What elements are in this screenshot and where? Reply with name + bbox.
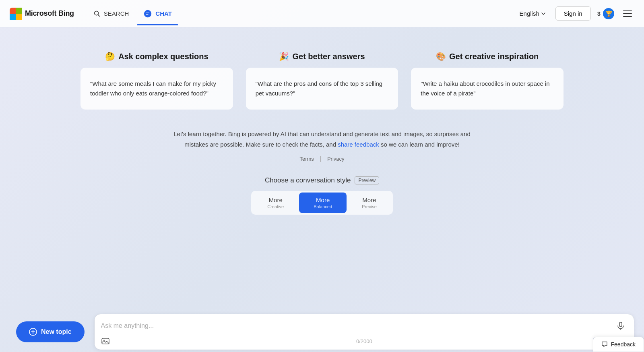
info-text: Let's learn together. Bing is powered by… (169, 129, 475, 149)
nav-search[interactable]: SEARCH (87, 7, 136, 21)
nav-chat[interactable]: CHAT (137, 6, 178, 21)
svg-rect-3 (16, 14, 22, 20)
style-precise-button[interactable]: More Precise (347, 193, 391, 213)
feature-card-creative[interactable]: "Write a haiku about crocodiles in outer… (411, 68, 564, 110)
svg-point-6 (144, 10, 151, 17)
logo-text: Microsoft Bing (25, 9, 74, 18)
terms-link[interactable]: Terms (299, 156, 314, 162)
celebrate-emoji: 🎉 (279, 52, 289, 61)
chat-input-container: 0/2000 (94, 314, 634, 350)
mic-icon (616, 321, 625, 330)
preview-badge: Preview (355, 176, 379, 184)
mic-button[interactable] (614, 319, 627, 333)
search-icon (93, 10, 101, 17)
nav: SEARCH CHAT (87, 6, 178, 21)
menu-line (623, 16, 632, 17)
feature-title-answers: 🎉 Get better answers (246, 52, 398, 61)
header: Microsoft Bing SEARCH CHAT English Sign … (0, 0, 644, 27)
feature-section-creative: 🎨 Get creative inspiration "Write a haik… (411, 52, 564, 110)
feature-section-answers: 🎉 Get better answers "What are the pros … (246, 52, 398, 110)
feedback-icon (601, 341, 608, 348)
new-topic-icon (29, 328, 37, 336)
feature-title-creative: 🎨 Get creative inspiration (411, 52, 564, 61)
bottom-bar: New topic 0/2000 (0, 312, 644, 352)
style-creative-button[interactable]: More Creative (253, 193, 298, 213)
share-feedback-link[interactable]: share feedback (338, 141, 379, 148)
conversation-style-section: Choose a conversation style Preview More… (251, 176, 393, 215)
image-upload-button[interactable] (101, 337, 110, 346)
chevron-down-icon (541, 11, 546, 16)
svg-rect-2 (10, 14, 16, 20)
style-balanced-button[interactable]: More Balanced (299, 193, 347, 213)
trophy-icon: 🏆 (603, 8, 614, 19)
points-badge[interactable]: 3 🏆 (597, 8, 614, 19)
chat-input[interactable] (101, 322, 614, 329)
chat-icon (143, 9, 152, 18)
chat-input-row (101, 314, 627, 335)
art-emoji: 🎨 (436, 52, 446, 61)
terms-divider (320, 156, 321, 162)
feature-card-complex[interactable]: "What are some meals I can make for my p… (80, 68, 233, 110)
new-topic-button[interactable]: New topic (16, 321, 85, 342)
sign-in-button[interactable]: Sign in (555, 6, 591, 21)
svg-rect-8 (619, 322, 622, 327)
conv-style-label: Choose a conversation style Preview (265, 176, 379, 184)
thinking-emoji: 🤔 (105, 52, 115, 61)
privacy-link[interactable]: Privacy (327, 156, 345, 162)
svg-rect-1 (16, 8, 22, 14)
bing-logo-icon (10, 8, 22, 20)
menu-line (623, 13, 632, 14)
svg-line-5 (98, 14, 99, 16)
feature-title-complex: 🤔 Ask complex questions (80, 52, 233, 61)
language-selector[interactable]: English (516, 8, 549, 19)
feature-section-complex: 🤔 Ask complex questions "What are some m… (80, 52, 233, 110)
header-right: English Sign in 3 🏆 (516, 6, 634, 21)
menu-button[interactable] (621, 8, 634, 19)
logo[interactable]: Microsoft Bing (10, 8, 74, 20)
char-count: 0/2000 (356, 338, 372, 344)
feature-card-answers[interactable]: "What are the pros and cons of the top 3… (246, 68, 398, 110)
image-icon (101, 337, 110, 346)
terms-row: Terms Privacy (299, 156, 344, 162)
menu-line (623, 10, 632, 11)
features-row: 🤔 Ask complex questions "What are some m… (80, 52, 564, 110)
style-buttons: More Creative More Balanced More Precise (251, 191, 393, 215)
svg-rect-10 (102, 338, 109, 344)
chat-input-footer: 0/2000 (101, 335, 627, 350)
feedback-button[interactable]: Feedback (593, 337, 644, 352)
main-content: 🤔 Ask complex questions "What are some m… (0, 27, 644, 352)
